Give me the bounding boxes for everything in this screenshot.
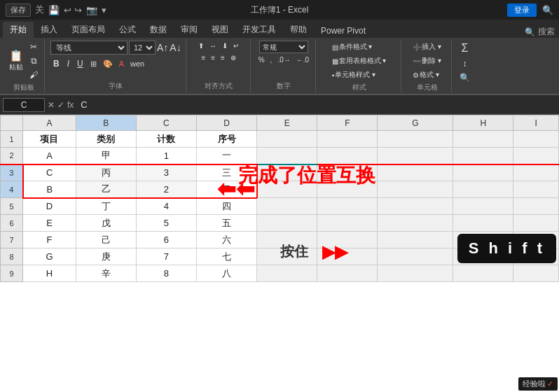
cell-b4[interactable]: 乙 [76, 181, 136, 198]
cell-d1[interactable]: 序号 [197, 131, 257, 148]
font-grow-button[interactable]: A↑ [157, 42, 168, 53]
tab-power-pivot[interactable]: Power Pivot [314, 24, 373, 38]
cell-f1[interactable] [317, 131, 378, 148]
cell-g2[interactable] [378, 148, 453, 164]
tab-page-layout[interactable]: 页面布局 [64, 22, 112, 38]
col-header-g[interactable]: G [378, 115, 453, 131]
formula-confirm-icon[interactable]: ✓ [57, 100, 64, 110]
toggle-button[interactable]: 关 [35, 4, 44, 16]
number-format-select[interactable]: 常规 [259, 41, 308, 53]
cell-i1[interactable] [513, 131, 559, 148]
cell-h9[interactable] [453, 265, 513, 282]
cell-f8[interactable] [317, 248, 378, 265]
cell-b1[interactable]: 类别 [76, 131, 136, 148]
delete-button[interactable]: ➖ 删除 ▾ [410, 55, 443, 67]
cell-i5[interactable] [513, 198, 559, 215]
cell-i6[interactable] [513, 215, 559, 232]
cut-button[interactable]: ✂ [27, 41, 40, 53]
cell-c4[interactable]: 2 [136, 181, 196, 198]
cell-i4[interactable] [513, 181, 559, 198]
cell-f6[interactable] [317, 215, 378, 232]
cell-h2[interactable] [453, 148, 513, 164]
copy-button[interactable]: ⧉ [27, 55, 40, 67]
more-font-button[interactable]: wen [128, 59, 146, 69]
search-icon[interactable]: 🔍 [525, 27, 535, 37]
align-left-button[interactable]: ≡ [199, 52, 207, 63]
cell-c6[interactable]: 5 [136, 215, 196, 232]
camera-icon[interactable]: 📷 [86, 5, 97, 15]
font-shrink-button[interactable]: A↓ [170, 42, 181, 53]
cell-d5[interactable]: 四 [197, 198, 257, 215]
cell-g3[interactable] [378, 164, 453, 181]
tab-home[interactable]: 开始 [3, 22, 34, 38]
cell-a1[interactable]: 项目 [23, 131, 76, 148]
cell-a6[interactable]: E [23, 215, 76, 232]
row-header-1[interactable]: 1 [1, 131, 23, 148]
bold-button[interactable]: B [50, 58, 62, 69]
col-header-i[interactable]: I [513, 115, 559, 131]
row-header-2[interactable]: 2 [1, 148, 23, 164]
cell-h5[interactable] [453, 198, 513, 215]
align-center-button[interactable]: ≡ [209, 52, 217, 63]
cell-e7[interactable] [257, 232, 317, 248]
tab-review[interactable]: 审阅 [174, 22, 205, 38]
col-header-f[interactable]: F [317, 115, 378, 131]
cell-h6[interactable] [453, 215, 513, 232]
cell-a4[interactable]: B [23, 181, 76, 198]
cell-e5[interactable] [257, 198, 317, 215]
tab-insert[interactable]: 插入 [34, 22, 64, 38]
cell-d7[interactable]: 六 [197, 232, 257, 248]
cell-d4[interactable]: 二 [197, 181, 257, 198]
cell-style-button[interactable]: ▪ 单元格样式 ▾ [330, 69, 389, 81]
fill-color-button[interactable]: 🎨 [101, 59, 115, 69]
col-header-a[interactable]: A [23, 115, 76, 131]
col-header-c[interactable]: C [136, 115, 196, 131]
search-label[interactable]: 搜索 [538, 26, 555, 38]
cell-b3[interactable]: 丙 [76, 164, 136, 181]
wrap-text-button[interactable]: ↵ [231, 41, 241, 51]
paste-button[interactable]: 📋 粘贴 [7, 49, 25, 74]
cell-f5[interactable] [317, 198, 378, 215]
font-size-select[interactable]: 12 [129, 41, 156, 55]
cell-a3[interactable]: C [23, 164, 76, 181]
format-button[interactable]: ⚙ 格式 ▾ [410, 69, 443, 81]
tab-formula[interactable]: 公式 [112, 22, 143, 38]
table-style-button[interactable]: ▦ 套用表格格式 ▾ [330, 55, 389, 67]
find-button[interactable]: 🔍 [457, 71, 472, 84]
cell-b8[interactable]: 庚 [76, 248, 136, 265]
row-header-4[interactable]: 4 [1, 181, 23, 198]
cell-g8[interactable] [378, 248, 453, 265]
merge-button[interactable]: ⊕ [228, 52, 238, 63]
account-icon[interactable]: 🔍 [542, 5, 553, 15]
row-header-3[interactable]: 3 [1, 164, 23, 181]
cell-h7[interactable] [453, 232, 513, 248]
cell-b6[interactable]: 戊 [76, 215, 136, 232]
align-right-button[interactable]: ≡ [219, 52, 227, 63]
cell-a5[interactable]: D [23, 198, 76, 215]
cell-f3[interactable] [317, 164, 378, 181]
comma-button[interactable]: , [268, 55, 275, 65]
percent-button[interactable]: % [256, 55, 267, 65]
formula-input[interactable] [76, 99, 556, 110]
row-header-6[interactable]: 6 [1, 215, 23, 232]
cell-g6[interactable] [378, 215, 453, 232]
tab-developer[interactable]: 开发工具 [235, 22, 283, 38]
decrease-decimal-button[interactable]: ←.0 [294, 55, 311, 65]
col-header-empty[interactable] [1, 115, 23, 131]
tab-help[interactable]: 帮助 [283, 22, 314, 38]
formula-cancel-icon[interactable]: ✕ [48, 100, 55, 110]
cell-c8[interactable]: 7 [136, 248, 196, 265]
cell-c5[interactable]: 4 [136, 198, 196, 215]
cell-c1[interactable]: 计数 [136, 131, 196, 148]
cell-i9[interactable] [513, 265, 559, 282]
row-header-8[interactable]: 8 [1, 248, 23, 265]
cell-i2[interactable] [513, 148, 559, 164]
cell-c3[interactable]: 3 [136, 164, 196, 181]
cell-h1[interactable] [453, 131, 513, 148]
border-button[interactable]: ⊞ [88, 59, 99, 69]
cell-b9[interactable]: 辛 [76, 265, 136, 282]
cell-f2[interactable] [317, 148, 378, 164]
cell-h8[interactable] [453, 248, 513, 265]
font-color-button[interactable]: A [117, 59, 126, 69]
cell-h4[interactable] [453, 181, 513, 198]
